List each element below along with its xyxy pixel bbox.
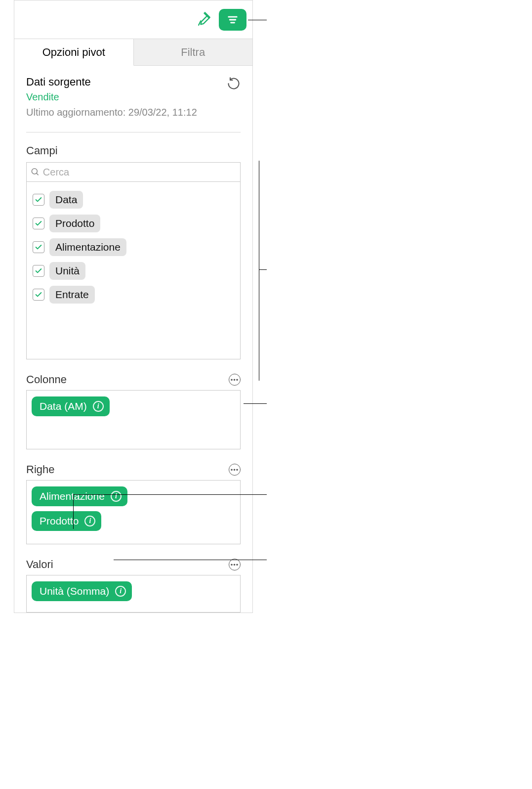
source-data-section: Dati sorgente Vendite Ultimo aggiornamen… [26, 76, 241, 118]
source-data-name[interactable]: Vendite [26, 91, 197, 103]
field-name[interactable]: Prodotto [49, 215, 100, 232]
field-checkbox[interactable] [33, 218, 44, 229]
callout-line [114, 560, 267, 560]
callout-line [259, 161, 259, 381]
tab-filter[interactable]: Filtra [134, 39, 253, 65]
row-field-pill[interactable]: Alimentazione i [32, 486, 127, 506]
info-icon[interactable]: i [115, 586, 126, 597]
info-icon[interactable]: i [111, 491, 122, 502]
pivot-inspector-panel: Opzioni pivot Filtra Dati sorgente Vendi… [14, 0, 253, 613]
field-row[interactable]: Data [32, 188, 235, 212]
source-data-label: Dati sorgente [26, 76, 197, 88]
organize-button[interactable] [219, 9, 246, 31]
field-row[interactable]: Alimentazione [32, 235, 235, 259]
field-name[interactable]: Unità [49, 262, 85, 280]
rows-label: Righe [26, 463, 54, 476]
source-data-updated: Ultimo aggiornamento: 29/03/22, 11:12 [26, 107, 197, 118]
divider [26, 132, 241, 132]
more-icon[interactable]: ••• [229, 374, 241, 386]
callout-line [244, 403, 267, 404]
pill-label: Unità (Somma) [40, 585, 109, 597]
svg-line-4 [37, 173, 39, 175]
field-checkbox[interactable] [33, 241, 44, 253]
svg-point-3 [32, 169, 37, 174]
field-row[interactable]: Prodotto [32, 212, 235, 235]
value-field-pill[interactable]: Unità (Somma) i [32, 581, 132, 601]
info-icon[interactable]: i [84, 516, 95, 526]
pill-label: Data (AM) [40, 400, 87, 412]
values-label: Valori [26, 558, 53, 571]
columns-box[interactable]: Data (AM) i [26, 390, 241, 449]
field-checkbox[interactable] [33, 289, 44, 301]
fields-list: Data Prodotto Alimentazione Unità Entrat… [26, 181, 241, 359]
callout-line [73, 494, 267, 495]
refresh-icon[interactable] [227, 77, 241, 92]
search-icon [31, 167, 40, 177]
rows-zone: Righe ••• Alimentazione i Prodotto i [26, 463, 241, 544]
format-brush-icon[interactable] [195, 10, 212, 29]
more-icon[interactable]: ••• [229, 559, 241, 570]
fields-search-input[interactable] [43, 167, 236, 178]
inspector-tabs: Opzioni pivot Filtra [14, 39, 252, 66]
callout-line [73, 494, 74, 529]
fields-label: Campi [26, 144, 241, 157]
columns-zone: Colonne ••• Data (AM) i [26, 373, 241, 449]
info-icon[interactable]: i [93, 401, 104, 412]
column-field-pill[interactable]: Data (AM) i [32, 396, 110, 416]
rows-box[interactable]: Alimentazione i Prodotto i [26, 480, 241, 544]
callout-line [248, 20, 267, 20]
inspector-toolbar [14, 0, 252, 39]
field-row[interactable]: Unità [32, 259, 235, 283]
field-name[interactable]: Data [49, 191, 83, 209]
pill-label: Alimentazione [40, 490, 105, 502]
fields-search[interactable] [26, 162, 241, 182]
columns-label: Colonne [26, 373, 67, 386]
values-box[interactable]: Unità (Somma) i [26, 575, 241, 613]
tab-pivot-options[interactable]: Opzioni pivot [14, 39, 134, 66]
field-name[interactable]: Alimentazione [49, 238, 126, 256]
callout-line [259, 269, 267, 270]
field-checkbox[interactable] [33, 265, 44, 277]
field-checkbox[interactable] [33, 194, 44, 206]
row-field-pill[interactable]: Prodotto i [32, 511, 101, 531]
pivot-content: Dati sorgente Vendite Ultimo aggiornamen… [14, 66, 252, 613]
more-icon[interactable]: ••• [229, 464, 241, 476]
field-name[interactable]: Entrate [49, 286, 95, 304]
field-row[interactable]: Entrate [32, 283, 235, 307]
values-zone: Valori ••• Unità (Somma) i [26, 558, 241, 613]
